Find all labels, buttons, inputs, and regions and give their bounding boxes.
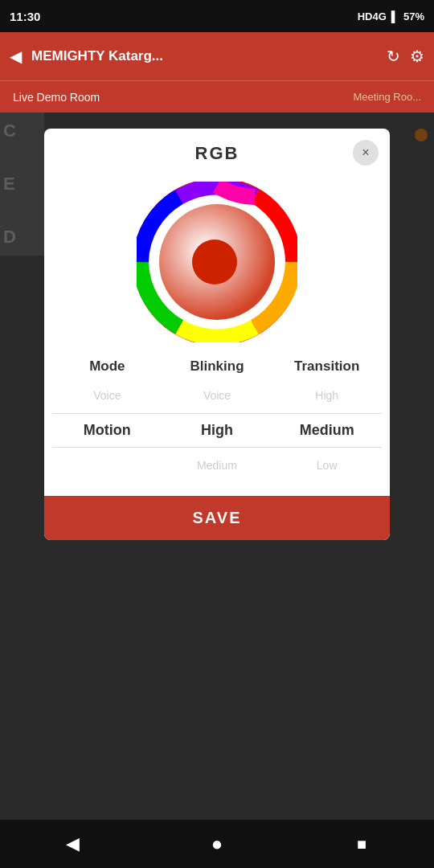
status-bar: 11:30 HD4G ▌ 57% (0, 0, 434, 32)
refresh-icon[interactable]: ↻ (387, 47, 400, 66)
back-nav-button[interactable]: ◀ (52, 824, 92, 864)
signal-icon: HD4G (358, 10, 387, 23)
transition-col-selected: Medium (272, 414, 382, 447)
blinking-col-above: Voice (162, 381, 272, 410)
mode-motion-item[interactable]: Motion (67, 414, 147, 447)
transition-header: Transition (272, 358, 382, 375)
picker-row-below: Medium Low (52, 451, 382, 480)
save-button[interactable]: SAVE (44, 496, 390, 540)
back-icon[interactable]: ◀ (10, 47, 22, 66)
battery-icon: ▌ (391, 10, 399, 23)
blinking-medium-item[interactable]: Medium (177, 451, 257, 480)
rgb-dialog: RGB × (44, 129, 390, 540)
transition-col-above: High (272, 381, 382, 410)
mode-col-selected: Motion (52, 414, 162, 447)
blinking-high-item[interactable]: High (177, 414, 257, 447)
mode-voice-item[interactable]: Voice (67, 381, 147, 410)
mode-empty-item (67, 451, 147, 480)
picker-row-selected: Motion High Medium (52, 413, 382, 448)
meeting-room-label: Meeting Roo... (353, 91, 421, 103)
sub-header: Live Demo Room Meeting Roo... (0, 80, 434, 113)
blinking-col-below: Medium (162, 451, 272, 480)
recent-nav-icon: ■ (357, 835, 366, 854)
background-area: C E D RGB × (0, 113, 434, 820)
status-bar-left: 11:30 (10, 10, 40, 23)
app-header: ◀ MEMIGHTY Katarg... ↻ ⚙ (0, 32, 434, 80)
close-button[interactable]: × (353, 140, 379, 166)
home-nav-button[interactable]: ● (197, 824, 237, 864)
columns-header: Mode Blinking Transition (44, 358, 390, 375)
bottom-nav: ◀ ● ■ (0, 820, 434, 868)
transition-high-item[interactable]: High (287, 381, 367, 410)
recent-nav-button[interactable]: ■ (342, 824, 382, 864)
battery-percent: 57% (403, 10, 424, 23)
app-title: MEMIGHTY Katarg... (31, 48, 377, 64)
color-wheel-container[interactable] (44, 174, 390, 358)
color-wheel[interactable] (137, 182, 297, 342)
blinking-header: Blinking (162, 358, 272, 375)
mode-header: Mode (52, 358, 162, 375)
status-bar-right: HD4G ▌ 57% (358, 10, 424, 23)
color-wheel-svg[interactable] (137, 182, 297, 342)
live-demo-label: Live Demo Room (13, 91, 100, 104)
settings-icon[interactable]: ⚙ (410, 47, 424, 66)
dialog-header: RGB × (44, 129, 390, 174)
picker-section: Voice Voice High Motion High (44, 381, 390, 496)
dialog-title: RGB (195, 143, 240, 163)
dialog-overlay: RGB × (0, 113, 434, 820)
blinking-col-selected: High (162, 414, 272, 447)
svg-point-4 (192, 240, 237, 285)
picker-row-above: Voice Voice High (52, 381, 382, 410)
home-nav-icon: ● (211, 833, 223, 855)
transition-low-item[interactable]: Low (287, 451, 367, 480)
mode-col-below (52, 451, 162, 480)
transition-medium-item[interactable]: Medium (287, 414, 367, 447)
time: 11:30 (10, 10, 40, 23)
transition-col-below: Low (272, 451, 382, 480)
back-nav-icon: ◀ (66, 833, 80, 854)
blinking-voice-item[interactable]: Voice (177, 381, 257, 410)
mode-col-above: Voice (52, 381, 162, 410)
